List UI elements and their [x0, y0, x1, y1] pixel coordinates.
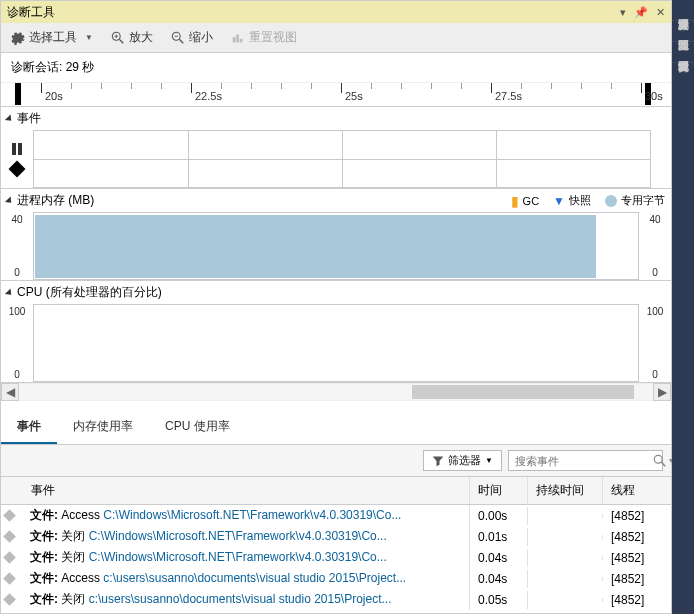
col-header-duration[interactable]: 持续时间 [528, 477, 603, 504]
zoom-in-icon [111, 31, 125, 45]
memory-section: 进程内存 (MB) ▮GC ▼快照 专用字节 400 400 [1, 189, 671, 281]
select-tool-button[interactable]: 选择工具 [7, 27, 97, 48]
duration-cell [528, 514, 603, 518]
thread-cell: [4852] [603, 591, 671, 609]
event-type-icon [3, 509, 16, 522]
tab-memory[interactable]: 内存使用率 [57, 411, 149, 444]
events-table-header: 事件 时间 持续时间 线程 [1, 477, 671, 505]
filter-row: 筛选器▼ ▾ [1, 445, 671, 477]
filter-button[interactable]: 筛选器▼ [423, 450, 502, 471]
col-header-time[interactable]: 时间 [470, 477, 528, 504]
event-cell: 文件: 关闭 C:\Windows\Microsoft.NET\Framewor… [22, 526, 470, 547]
thread-cell: [4852] [603, 549, 671, 567]
pin-icon[interactable]: 📌 [634, 6, 648, 19]
collapse-icon[interactable] [5, 114, 14, 123]
search-input[interactable] [515, 455, 653, 467]
memory-y-axis-left: 400 [1, 212, 33, 280]
search-box[interactable]: ▾ [508, 450, 663, 471]
tab-cpu[interactable]: CPU 使用率 [149, 411, 246, 444]
duration-cell [528, 598, 603, 602]
memory-y-axis-right: 400 [639, 212, 671, 280]
reset-view-button[interactable]: 重置视图 [227, 27, 301, 48]
table-row[interactable]: 文件: Access c:\users\susanno\documents\vi… [1, 568, 671, 589]
cpu-chart[interactable] [33, 304, 639, 382]
svg-line-1 [119, 39, 123, 43]
time-cell: 0.04s [470, 570, 528, 588]
tab-events[interactable]: 事件 [1, 411, 57, 444]
duration-cell [528, 556, 603, 560]
memory-chart[interactable] [33, 212, 639, 280]
col-header-event[interactable]: 事件 [1, 477, 470, 504]
event-type-icon [3, 530, 16, 543]
table-row[interactable]: 文件: Access C:\Windows\Microsoft.NET\Fram… [1, 505, 671, 526]
side-tab[interactable]: 实时属性资源管理器 [672, 42, 694, 63]
table-row[interactable]: 文件: 关闭 c:\users\susanno\documents\visual… [1, 589, 671, 610]
events-chart[interactable] [33, 130, 651, 188]
svg-line-5 [179, 39, 183, 43]
ruler-start-cap [15, 83, 21, 105]
svg-point-10 [654, 455, 662, 463]
svg-rect-8 [236, 34, 239, 42]
search-icon[interactable] [653, 454, 667, 468]
title-bar: 诊断工具 ▾ 📌 ✕ [1, 1, 671, 23]
event-cell: 文件: 关闭 C:\Windows\Microsoft.NET\Framewor… [22, 547, 470, 568]
session-info: 诊断会话: 29 秒 [1, 53, 671, 83]
zoom-out-button[interactable]: 缩小 [167, 27, 217, 48]
memory-fill-area [35, 215, 596, 278]
events-section-title: 事件 [17, 110, 41, 127]
horizontal-scrollbar[interactable]: ◀ ▶ [1, 383, 671, 401]
event-cell: 文件: Access c:\users\susanno\documents\vi… [22, 568, 470, 589]
legend-gc: ▮GC [511, 193, 540, 209]
window-menu-icon[interactable]: ▾ [620, 6, 626, 19]
table-row[interactable]: 文件: 关闭 C:\Windows\Microsoft.NET\Framewor… [1, 547, 671, 568]
collapse-icon[interactable] [5, 288, 14, 297]
gear-icon [11, 31, 25, 45]
time-cell: 0.05s [470, 591, 528, 609]
funnel-icon [432, 455, 444, 467]
col-header-thread[interactable]: 线程 [603, 477, 671, 504]
zoom-out-icon [171, 31, 185, 45]
memory-section-title: 进程内存 (MB) [17, 192, 94, 209]
event-marker-icon[interactable] [9, 161, 26, 178]
duration-cell [528, 535, 603, 539]
events-section: 事件 [1, 107, 671, 189]
side-tab[interactable]: 解决方案资源管理器 [672, 0, 694, 21]
pause-icon[interactable] [12, 143, 22, 155]
event-type-icon [3, 551, 16, 564]
time-cell: 0.04s [470, 549, 528, 567]
reset-view-icon [231, 31, 245, 45]
scroll-thumb[interactable] [412, 385, 634, 399]
cpu-section-title: CPU (所有处理器的百分比) [17, 284, 162, 301]
scroll-left-arrow[interactable]: ◀ [1, 383, 19, 401]
svg-rect-7 [233, 37, 236, 42]
window-title: 诊断工具 [7, 4, 620, 21]
cpu-y-axis-left: 1000 [1, 304, 33, 382]
time-cell: 0.01s [470, 528, 528, 546]
event-type-icon [3, 593, 16, 606]
duration-cell [528, 577, 603, 581]
collapse-icon[interactable] [5, 196, 14, 205]
time-ruler[interactable]: 20s22.5s25s27.5s30s [1, 83, 671, 107]
diagnostic-tools-panel: 诊断工具 ▾ 📌 ✕ 选择工具 放大 缩小 重置视图 诊断会话: 29 秒 20… [0, 0, 672, 614]
event-type-icon [3, 572, 16, 585]
event-cell: 文件: Access C:\Windows\Microsoft.NET\Fram… [22, 505, 470, 526]
thread-cell: [4852] [603, 528, 671, 546]
table-row[interactable]: 文件: 关闭 C:\Windows\Microsoft.NET\Framewor… [1, 526, 671, 547]
svg-rect-9 [240, 38, 243, 42]
thread-cell: [4852] [603, 570, 671, 588]
side-tab[interactable]: 团队资源管理器 [672, 21, 694, 42]
detail-tabs: 事件 内存使用率 CPU 使用率 [1, 401, 671, 445]
toolbar: 选择工具 放大 缩小 重置视图 [1, 23, 671, 53]
ide-side-tabs: 解决方案资源管理器团队资源管理器实时属性资源管理器 [672, 0, 694, 614]
close-icon[interactable]: ✕ [656, 6, 665, 19]
svg-line-11 [661, 462, 665, 466]
legend-snapshot: ▼快照 [553, 193, 591, 208]
events-table-body: 文件: Access C:\Windows\Microsoft.NET\Fram… [1, 505, 671, 613]
legend-private-bytes: 专用字节 [605, 193, 665, 208]
event-cell: 文件: 关闭 c:\users\susanno\documents\visual… [22, 589, 470, 610]
zoom-in-button[interactable]: 放大 [107, 27, 157, 48]
cpu-section: CPU (所有处理器的百分比) 1000 1000 [1, 281, 671, 383]
scroll-right-arrow[interactable]: ▶ [653, 383, 671, 401]
thread-cell: [4852] [603, 507, 671, 525]
cpu-y-axis-right: 1000 [639, 304, 671, 382]
